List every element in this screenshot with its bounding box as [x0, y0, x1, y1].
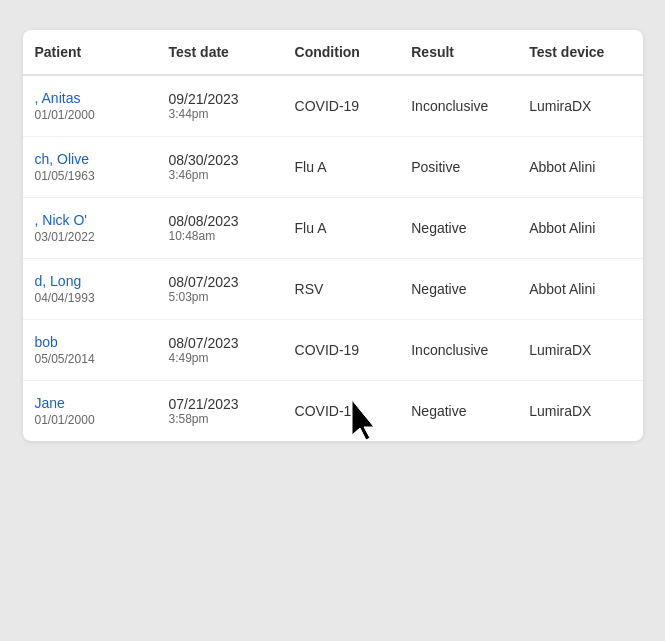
condition-cell: COVID-19 — [283, 75, 400, 137]
patient-dob: 04/04/1993 — [35, 291, 145, 305]
test-date: 09/21/2023 — [168, 91, 270, 107]
col-header-condition: Condition — [283, 30, 400, 75]
result-cell: Negative — [399, 259, 517, 320]
table-row[interactable]: bob 05/05/2014 08/07/2023 4:49pm COVID-1… — [23, 320, 643, 381]
condition-cell: COVID-19 — [283, 381, 400, 442]
device-cell: LumiraDX — [517, 381, 642, 442]
test-time: 4:49pm — [168, 351, 270, 365]
result-cell: Negative — [399, 381, 517, 442]
table-row[interactable]: , Anitas 01/01/2000 09/21/2023 3:44pm CO… — [23, 75, 643, 137]
condition-cell: COVID-19 — [283, 320, 400, 381]
patient-cell: Jane 01/01/2000 — [23, 381, 157, 442]
col-header-patient: Patient — [23, 30, 157, 75]
col-header-result: Result — [399, 30, 517, 75]
condition-cell: RSV — [283, 259, 400, 320]
test-date: 08/07/2023 — [168, 335, 270, 351]
table-container: Patient Test date Condition Result Test … — [23, 30, 643, 441]
patient-dob: 03/01/2022 — [35, 230, 145, 244]
test-time: 3:44pm — [168, 107, 270, 121]
patient-name[interactable]: , Nick O' — [35, 212, 145, 228]
testdate-cell: 08/07/2023 4:49pm — [156, 320, 282, 381]
patient-cell: , Nick O' 03/01/2022 — [23, 198, 157, 259]
device-cell: Abbot Alini — [517, 198, 642, 259]
test-date: 07/21/2023 — [168, 396, 270, 412]
test-time: 5:03pm — [168, 290, 270, 304]
test-date: 08/30/2023 — [168, 152, 270, 168]
col-header-device: Test device — [517, 30, 642, 75]
device-cell: LumiraDX — [517, 75, 642, 137]
device-cell: Abbot Alini — [517, 137, 642, 198]
patient-cell: , Anitas 01/01/2000 — [23, 75, 157, 137]
page-wrapper: Patient Test date Condition Result Test … — [0, 0, 665, 641]
patient-dob: 01/05/1963 — [35, 169, 145, 183]
col-header-testdate: Test date — [156, 30, 282, 75]
patient-dob: 01/01/2000 — [35, 108, 145, 122]
patient-cell: ch, Olive 01/05/1963 — [23, 137, 157, 198]
patient-name[interactable]: Jane — [35, 395, 145, 411]
patient-dob: 01/01/2000 — [35, 413, 145, 427]
test-date: 08/07/2023 — [168, 274, 270, 290]
result-cell: Positive — [399, 137, 517, 198]
condition-cell: Flu A — [283, 137, 400, 198]
patient-name[interactable]: bob — [35, 334, 145, 350]
test-date: 08/08/2023 — [168, 213, 270, 229]
testdate-cell: 09/21/2023 3:44pm — [156, 75, 282, 137]
test-time: 3:46pm — [168, 168, 270, 182]
test-time: 3:58pm — [168, 412, 270, 426]
table-row[interactable]: ch, Olive 01/05/1963 08/30/2023 3:46pm F… — [23, 137, 643, 198]
patient-dob: 05/05/2014 — [35, 352, 145, 366]
testdate-cell: 07/21/2023 3:58pm — [156, 381, 282, 442]
result-cell: Inconclusive — [399, 320, 517, 381]
condition-cell: Flu A — [283, 198, 400, 259]
patient-name[interactable]: ch, Olive — [35, 151, 145, 167]
patient-name[interactable]: , Anitas — [35, 90, 145, 106]
device-cell: LumiraDX — [517, 320, 642, 381]
patient-cell: d, Long 04/04/1993 — [23, 259, 157, 320]
patient-cell: bob 05/05/2014 — [23, 320, 157, 381]
testdate-cell: 08/07/2023 5:03pm — [156, 259, 282, 320]
table-row[interactable]: d, Long 04/04/1993 08/07/2023 5:03pm RSV… — [23, 259, 643, 320]
table-row[interactable]: Jane 01/01/2000 07/21/2023 3:58pm COVID-… — [23, 381, 643, 442]
device-cell: Abbot Alini — [517, 259, 642, 320]
result-cell: Inconclusive — [399, 75, 517, 137]
testdate-cell: 08/30/2023 3:46pm — [156, 137, 282, 198]
table-row[interactable]: , Nick O' 03/01/2022 08/08/2023 10:48am … — [23, 198, 643, 259]
table-header-row: Patient Test date Condition Result Test … — [23, 30, 643, 75]
patient-name[interactable]: d, Long — [35, 273, 145, 289]
testdate-cell: 08/08/2023 10:48am — [156, 198, 282, 259]
results-table: Patient Test date Condition Result Test … — [23, 30, 643, 441]
result-cell: Negative — [399, 198, 517, 259]
test-time: 10:48am — [168, 229, 270, 243]
